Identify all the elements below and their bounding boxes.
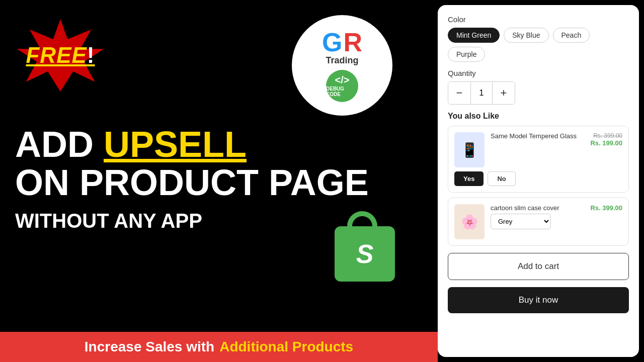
upsell-card-2: 🌸 cartoon slim case cover Grey Black Pin… [448, 198, 629, 246]
shopify-letter: S [356, 239, 374, 269]
logo-brackets: </> [335, 74, 350, 86]
qty-minus-button[interactable]: − [448, 82, 470, 104]
buy-now-button[interactable]: Buy it now [448, 287, 629, 313]
color-label: Color [448, 15, 629, 24]
top-row: FREE! G R Trading </> DEBUG CODE [15, 10, 423, 116]
color-section: Color Mint Green Sky Blue Peach Purple [448, 15, 629, 62]
heading-add: ADD [15, 124, 104, 164]
upsell-prices-1: Rs. 399.00 Rs. 199.00 [590, 132, 622, 147]
quantity-section: Quantity − 1 + [448, 69, 629, 105]
upsell-name-1: Same Model Tempered Glass [491, 132, 584, 140]
quantity-label: Quantity [448, 69, 629, 77]
upsell-yes-button-1[interactable]: Yes [454, 171, 484, 186]
upsell-card-1: 📱 Same Model Tempered Glass Rs. 399.00 R… [448, 126, 629, 193]
color-mint-green[interactable]: Mint Green [448, 28, 500, 43]
free-label: FREE [26, 43, 87, 67]
right-panel: Color Mint Green Sky Blue Peach Purple Q… [438, 5, 639, 357]
upsell-title: You also Like [448, 112, 629, 121]
upsell-card-2-top: 🌸 cartoon slim case cover Grey Black Pin… [454, 204, 622, 239]
upsell-orig-price-1: Rs. 399.00 [590, 132, 622, 139]
upsell-yesno-1: Yes No [454, 171, 622, 186]
color-sky-blue[interactable]: Sky Blue [504, 28, 548, 43]
bag-body: S [335, 226, 395, 282]
heading-line2: ON PRODUCT PAGE [15, 164, 423, 202]
upsell-info-1: Same Model Tempered Glass [491, 132, 584, 142]
upsell-no-button-1[interactable]: No [488, 171, 515, 186]
upsell-card-1-top: 📱 Same Model Tempered Glass Rs. 399.00 R… [454, 132, 622, 167]
logo-code-circle: </> DEBUG CODE [326, 70, 358, 102]
heading-upsell: UPSELL [104, 124, 247, 164]
qty-value: 1 [470, 82, 493, 104]
logo-code-sub: DEBUG CODE [326, 86, 358, 97]
banner-yellow-text: Additional Products [219, 339, 353, 355]
color-peach[interactable]: Peach [553, 28, 590, 43]
logo-trading: Trading [326, 55, 358, 66]
color-options: Mint Green Sky Blue Peach Purple [448, 28, 629, 62]
upsell-sale-price-2: Rs. 399.00 [590, 204, 622, 212]
add-to-cart-button[interactable]: Add to cart [448, 253, 629, 280]
color-purple[interactable]: Purple [448, 47, 485, 62]
logo-circle: G R Trading </> DEBUG CODE [292, 15, 392, 116]
upsell-prices-2: Rs. 399.00 [590, 204, 622, 212]
logo-g: G [322, 29, 342, 55]
shopify-bag: S [332, 211, 397, 282]
upsell-info-2: cartoon slim case cover Grey Black Pink [491, 204, 584, 229]
left-panel: FREE! G R Trading </> DEBUG CODE ADD UPS… [0, 0, 438, 362]
banner-white-text: Increase Sales with [85, 339, 214, 355]
heading-line1: ADD UPSELL [15, 126, 423, 164]
upsell-section: You also Like 📱 Same Model Tempered Glas… [448, 112, 629, 246]
free-text: FREE! [26, 43, 95, 68]
main-heading: ADD UPSELL ON PRODUCT PAGE [15, 126, 423, 202]
free-badge: FREE! [15, 15, 106, 96]
upsell-img-2: 🌸 [454, 204, 485, 239]
upsell-img-1: 📱 [454, 132, 485, 167]
upsell-variant-select[interactable]: Grey Black Pink [491, 214, 551, 229]
exclaim: ! [87, 43, 95, 67]
quantity-row: − 1 + [448, 81, 515, 105]
bottom-banner: Increase Sales with Additional Products [0, 332, 438, 362]
upsell-name-2: cartoon slim case cover [491, 204, 584, 212]
qty-plus-button[interactable]: + [493, 82, 515, 104]
upsell-sale-price-1: Rs. 199.00 [590, 139, 622, 147]
logo-r: R [343, 29, 362, 55]
